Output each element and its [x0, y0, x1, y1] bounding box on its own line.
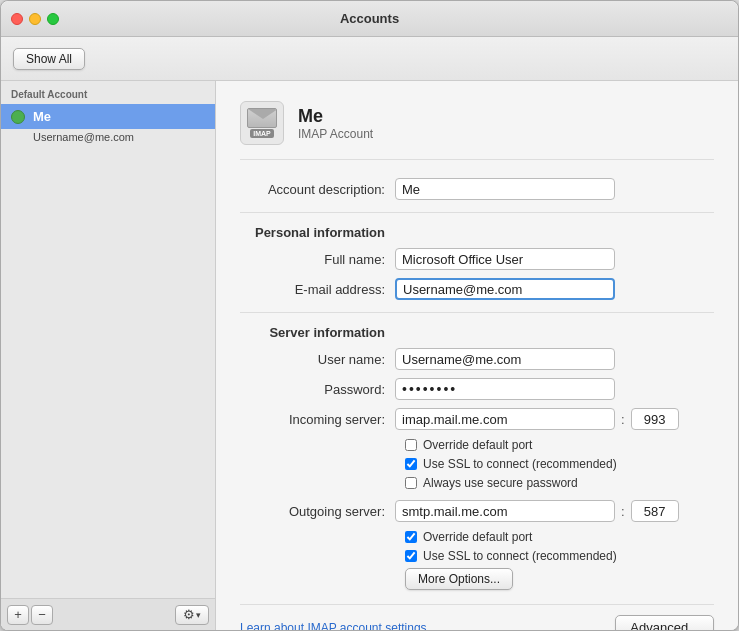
full-name-row: Full name:	[240, 248, 714, 270]
outgoing-port-separator: :	[621, 504, 625, 519]
account-type-label: IMAP Account	[298, 127, 373, 141]
sidebar-account-email: Username@me.com	[1, 129, 215, 147]
minimize-button[interactable]	[29, 13, 41, 25]
remove-account-button[interactable]: −	[31, 605, 53, 625]
incoming-port-separator: :	[621, 412, 625, 427]
username-input[interactable]	[395, 348, 615, 370]
incoming-server-fields: :	[395, 408, 679, 430]
outgoing-server-row: Outgoing server: :	[240, 500, 714, 522]
account-header: IMAP Me IMAP Account	[240, 101, 714, 160]
always-secure-row: Always use secure password	[240, 476, 714, 490]
email-label: E-mail address:	[240, 282, 395, 297]
incoming-server-label: Incoming server:	[240, 412, 395, 427]
toolbar: Show All	[1, 37, 738, 81]
gear-icon: ⚙	[183, 607, 195, 622]
more-options-button[interactable]: More Options...	[405, 568, 513, 590]
account-description-row: Account description:	[240, 178, 714, 200]
title-bar: Accounts	[1, 1, 738, 37]
full-name-input[interactable]	[395, 248, 615, 270]
account-description-input[interactable]	[395, 178, 615, 200]
use-ssl-incoming-checkbox[interactable]	[405, 458, 417, 470]
always-secure-label: Always use secure password	[423, 476, 578, 490]
use-ssl-outgoing-checkbox[interactable]	[405, 550, 417, 562]
personal-info-section-row: Personal information	[240, 225, 714, 240]
account-icon: IMAP	[240, 101, 284, 145]
override-outgoing-checkbox[interactable]	[405, 531, 417, 543]
more-options-row: More Options...	[240, 568, 714, 590]
ssl-incoming-row: Use SSL to connect (recommended)	[240, 457, 714, 471]
outgoing-port-input[interactable]	[631, 500, 679, 522]
add-account-button[interactable]: +	[7, 605, 29, 625]
email-input[interactable]	[395, 278, 615, 300]
password-label: Password:	[240, 382, 395, 397]
envelope-icon	[247, 108, 277, 128]
sidebar-header: Default Account	[1, 81, 215, 104]
advanced-button[interactable]: Advanced...	[615, 615, 714, 630]
account-display-name: Me	[298, 106, 373, 127]
incoming-server-input[interactable]	[395, 408, 615, 430]
outgoing-server-label: Outgoing server:	[240, 504, 395, 519]
content-area: Default Account Me Username@me.com + − ⚙	[1, 81, 738, 630]
account-status-icon	[11, 110, 25, 124]
full-name-label: Full name:	[240, 252, 395, 267]
ssl-outgoing-row: Use SSL to connect (recommended)	[240, 549, 714, 563]
override-incoming-row: Override default port	[240, 438, 714, 452]
bottom-bar: Learn about IMAP account settings Advanc…	[240, 604, 714, 630]
password-row: Password:	[240, 378, 714, 400]
main-window: Accounts Show All Default Account Me Use…	[0, 0, 739, 631]
learn-link[interactable]: Learn about IMAP account settings	[240, 621, 427, 631]
sidebar-account-name: Me	[33, 109, 51, 124]
divider-1	[240, 212, 714, 213]
use-ssl-outgoing-label: Use SSL to connect (recommended)	[423, 549, 617, 563]
always-secure-checkbox[interactable]	[405, 477, 417, 489]
window-title: Accounts	[340, 11, 399, 26]
override-outgoing-row: Override default port	[240, 530, 714, 544]
incoming-port-input[interactable]	[631, 408, 679, 430]
use-ssl-incoming-label: Use SSL to connect (recommended)	[423, 457, 617, 471]
override-default-port-checkbox[interactable]	[405, 439, 417, 451]
account-title-block: Me IMAP Account	[298, 106, 373, 141]
gear-arrow-icon: ▾	[196, 610, 201, 620]
divider-2	[240, 312, 714, 313]
outgoing-server-fields: :	[395, 500, 679, 522]
sidebar: Default Account Me Username@me.com + − ⚙	[1, 81, 216, 630]
username-row: User name:	[240, 348, 714, 370]
incoming-server-row: Incoming server: :	[240, 408, 714, 430]
show-all-button[interactable]: Show All	[13, 48, 85, 70]
sidebar-account-item[interactable]: Me	[1, 104, 215, 129]
account-description-label: Account description:	[240, 182, 395, 197]
username-label: User name:	[240, 352, 395, 367]
override-default-port-label: Override default port	[423, 438, 532, 452]
main-panel: IMAP Me IMAP Account Account description…	[216, 81, 738, 630]
imap-badge: IMAP	[250, 129, 274, 138]
password-input[interactable]	[395, 378, 615, 400]
sidebar-footer: + − ⚙ ▾	[1, 598, 215, 630]
sidebar-footer-buttons: + −	[7, 605, 53, 625]
outgoing-server-input[interactable]	[395, 500, 615, 522]
override-outgoing-label: Override default port	[423, 530, 532, 544]
maximize-button[interactable]	[47, 13, 59, 25]
email-row: E-mail address:	[240, 278, 714, 300]
traffic-lights	[11, 13, 59, 25]
personal-info-section-label: Personal information	[240, 225, 395, 240]
gear-menu-button[interactable]: ⚙ ▾	[175, 605, 209, 625]
server-info-section-label: Server information	[240, 325, 395, 340]
close-button[interactable]	[11, 13, 23, 25]
server-info-section-row: Server information	[240, 325, 714, 340]
